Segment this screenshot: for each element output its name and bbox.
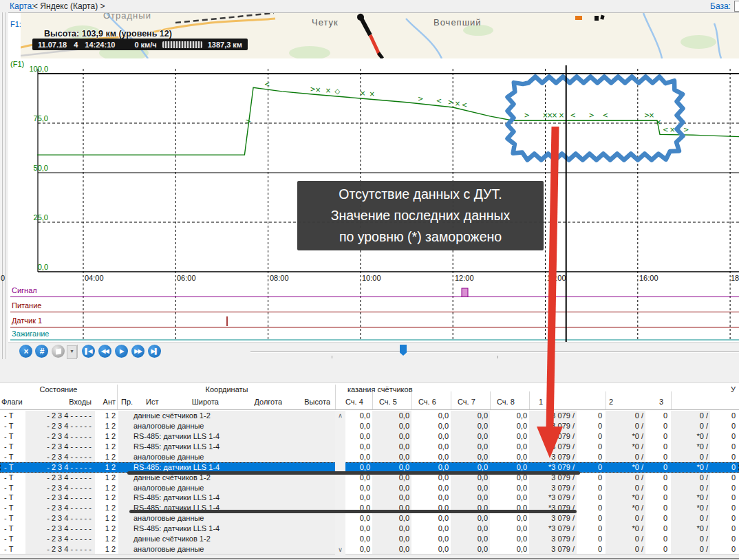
- cell-c3: 0,0: [451, 452, 490, 462]
- base-label: База:: [710, 1, 731, 11]
- table-row[interactable]: - Т- 2 3 4 - - - - -1 2данные счётчиков …: [0, 534, 739, 544]
- status-satellites: 4: [74, 41, 78, 49]
- cell-inputs: - 2 3 4 - - - - -: [25, 462, 95, 473]
- cell-v3b: 0: [710, 462, 739, 473]
- cell-v3b: 0: [710, 513, 739, 524]
- table-row[interactable]: - Т- 2 3 4 - - - - -1 2RS-485: датчики L…: [0, 524, 739, 534]
- cell-v1b: 0: [577, 503, 606, 513]
- fast-forward-icon: ▶▶: [134, 348, 141, 354]
- cell-v3: 0 /: [671, 513, 710, 524]
- cell-flags: - Т: [0, 442, 25, 452]
- timeline-slider-track[interactable]: [250, 351, 739, 353]
- cell-c2: 0,0: [411, 513, 451, 524]
- app-window: Карта: < Яндекс (Карта) > База: F1:: [0, 0, 739, 560]
- table-row[interactable]: - Т- 2 3 4 - - - - -1 2аналоговые данные…: [0, 513, 739, 524]
- cell-v3: 0 /: [671, 452, 710, 462]
- header-separator: [117, 385, 118, 409]
- header-separator: [606, 391, 606, 409]
- map-place-3: Вочепший: [433, 17, 482, 28]
- view-3d-dropdown-button[interactable]: ▾: [67, 345, 77, 359]
- cell-flags: - Т: [0, 524, 25, 534]
- cell-c2: 0,0: [411, 431, 451, 442]
- signal-label-4: Зажигание: [12, 330, 50, 338]
- playback-toolbar: ×#▾▌◀◀◀▶▶▶▶▌: [8, 342, 739, 360]
- table-column-header: Долгота: [227, 398, 282, 406]
- cell-v1b: 0: [577, 544, 606, 554]
- cell-inputs: - 2 3 4 - - - - -: [25, 534, 95, 544]
- cell-v2: 0 /: [606, 483, 645, 493]
- table-scrollbar[interactable]: ∧ ∨: [335, 411, 345, 554]
- table-column-header: Ист: [146, 398, 167, 406]
- header-separator: [372, 391, 373, 409]
- cell-v3b: 0: [710, 493, 739, 503]
- cell-v1: 3 079 /: [529, 483, 577, 493]
- status-distance: 1387,3 км: [208, 41, 242, 49]
- cell-c3: 0,0: [451, 431, 490, 442]
- cell-desc: аналоговые данные: [118, 452, 335, 462]
- map-source-selector[interactable]: < Яндекс (Карта) >: [33, 1, 105, 11]
- map-source-label: Карта:: [10, 1, 34, 11]
- cell-v3: *0 /: [671, 462, 710, 473]
- table-row[interactable]: - Т- 2 3 4 - - - - -1 2данные счётчиков …: [0, 411, 739, 421]
- table-row[interactable]: - Т- 2 3 4 - - - - -1 2аналоговые данные…: [0, 421, 739, 431]
- table-column-header: Входы: [25, 398, 92, 406]
- cell-desc: данные счётчиков 1-2: [118, 411, 335, 421]
- table-row[interactable]: - Т- 2 3 4 - - - - -1 2RS-485: датчики L…: [0, 442, 739, 452]
- cell-v1b: 0: [577, 534, 606, 544]
- view-3d-button[interactable]: [52, 345, 65, 358]
- base-input[interactable]: [734, 1, 739, 12]
- cell-v2b: 0: [645, 442, 671, 452]
- cell-c3: 0,0: [451, 524, 490, 534]
- table-row[interactable]: - Т- 2 3 4 - - - - -1 2аналоговые данные…: [0, 544, 739, 554]
- table-column-header: Пр.: [121, 398, 142, 406]
- table-row[interactable]: - Т- 2 3 4 - - - - -1 2RS-485: датчики L…: [0, 493, 739, 503]
- cell-v2b: 0: [645, 421, 671, 431]
- header-separator: [411, 391, 412, 409]
- cell-flags: - Т: [0, 411, 25, 421]
- status-speed: 0 км/ч: [134, 41, 156, 49]
- vertical-splitter[interactable]: [0, 12, 8, 359]
- cell-v3: *0 /: [671, 503, 710, 513]
- cell-v2b: 0: [645, 473, 671, 483]
- cell-v3b: 0: [710, 452, 739, 462]
- cube-icon: [56, 348, 61, 354]
- cell-ant: 1 2: [95, 493, 118, 503]
- cell-v3: *0 /: [671, 524, 710, 534]
- cell-c3: 0,0: [451, 411, 490, 421]
- skip-to-end-button[interactable]: ▶▌: [148, 345, 161, 358]
- cell-v2: *0 /: [606, 493, 645, 503]
- cell-v3b: 0: [710, 503, 739, 513]
- signal-label-2: Питание: [12, 301, 41, 310]
- scroll-up-icon[interactable]: ∧: [335, 411, 345, 420]
- cell-ant: 1 2: [95, 544, 118, 554]
- cell-v2b: 0: [645, 544, 671, 554]
- x-tick-label: 04:00: [85, 274, 104, 282]
- fast-forward-button[interactable]: ▶▶: [131, 345, 144, 358]
- cell-c0: 0,0: [345, 421, 372, 431]
- cell-c0: 0,0: [345, 411, 372, 421]
- cell-v3: 0 /: [671, 534, 710, 544]
- table-row[interactable]: - Т- 2 3 4 - - - - -1 2аналоговые данные…: [0, 483, 739, 493]
- table-row[interactable]: - Т- 2 3 4 - - - - -1 2RS-485: датчики L…: [0, 431, 739, 442]
- fit-grid-button[interactable]: #: [35, 345, 48, 358]
- cell-v1b: 0: [577, 493, 606, 503]
- table-column-header: 2: [609, 398, 623, 406]
- cell-v1b: 0: [577, 473, 606, 483]
- timeline-slider-thumb[interactable]: [400, 345, 407, 356]
- scroll-down-icon[interactable]: ∨: [335, 545, 345, 554]
- y-tick-label: 75,0: [23, 114, 48, 122]
- cell-c0: 0,0: [345, 483, 372, 493]
- play-button[interactable]: ▶: [115, 345, 128, 358]
- close-button[interactable]: ×: [19, 345, 32, 358]
- x-tick-label: 16:00: [639, 274, 658, 282]
- rewind-button[interactable]: ◀◀: [98, 345, 111, 358]
- y-tick-label: 0,0: [23, 263, 48, 271]
- table-row[interactable]: - Т- 2 3 4 - - - - -1 2аналоговые данные…: [0, 452, 739, 462]
- skip-to-start-button[interactable]: ▌◀: [82, 345, 95, 358]
- cell-v2b: 0: [645, 524, 671, 534]
- cell-v3: *0 /: [671, 442, 710, 452]
- cell-c1: 0,0: [372, 544, 411, 554]
- x-tick-label: 12:00: [455, 274, 474, 282]
- cell-c4: 0,0: [490, 483, 529, 493]
- map-f1-label: F1:: [10, 20, 21, 28]
